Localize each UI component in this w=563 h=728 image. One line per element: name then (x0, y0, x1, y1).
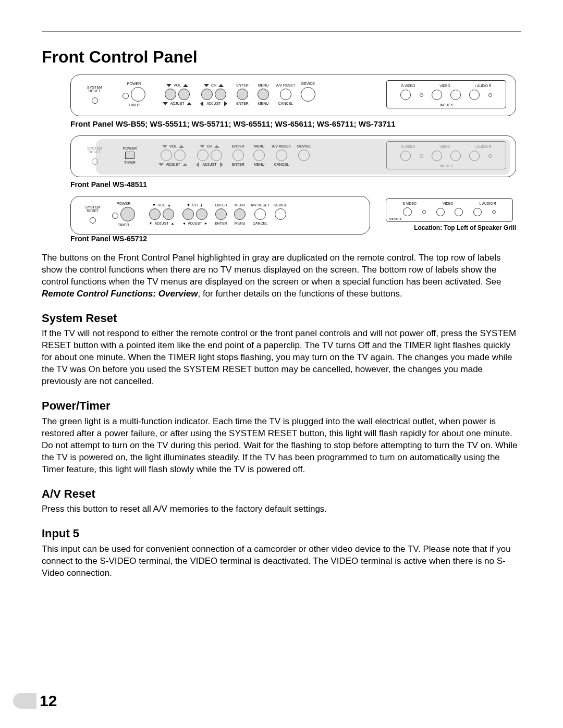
ch-down-button[interactable] (201, 89, 213, 100)
power-led-icon (123, 93, 129, 99)
menu-label-top: MENU (258, 83, 269, 87)
enter-button-2[interactable] (232, 150, 244, 161)
menu-label-3: MENU (235, 203, 246, 207)
svideo-label: S-VIDEO (401, 84, 415, 88)
video-jack-3[interactable] (436, 208, 445, 216)
svideo-jack[interactable] (400, 90, 411, 100)
ch-up-button-3[interactable] (196, 208, 207, 220)
remote-control-ref: Remote Control Functions: Overview (42, 289, 198, 299)
ch-up-button-2[interactable] (211, 150, 222, 161)
menu-label-bot: MENU (258, 102, 269, 105)
vol-down-button[interactable] (165, 89, 176, 100)
power-label-2: POWER (123, 146, 137, 150)
input-5-jack-panel-3: S-VIDEO VIDEO L AUDIO R INPUT 5 (386, 198, 513, 222)
ch-label-2: CH (207, 144, 212, 148)
system-reset-label: SYSTEM RESET (87, 85, 102, 93)
system-reset-button-3[interactable] (90, 217, 96, 224)
av-reset-label-2: A/V RESET (272, 144, 291, 148)
front-panel-diagram-2: SYSTEM RESET POWER TIMER VOL ADJUST CH A… (70, 135, 516, 177)
ch-down-button-2[interactable] (197, 150, 209, 161)
enter-label-2: ENTER (232, 144, 244, 148)
video-jack-2[interactable] (432, 151, 442, 161)
av-reset-button[interactable] (280, 89, 291, 100)
av-reset-label-3: A/V RESET (251, 203, 270, 207)
power-label: POWER (127, 82, 141, 85)
audio-r-jack[interactable] (469, 90, 480, 100)
vol-up-button-2[interactable] (174, 150, 186, 161)
device-label-2: DEVICE (297, 144, 311, 148)
panel-3-caption: Front Panel WS-65712 (70, 235, 521, 243)
ch-label-3: CH (192, 203, 198, 207)
system-reset-label-3: SYSTEM RESET (85, 205, 101, 213)
vol-up-button-3[interactable] (163, 208, 174, 220)
audio-l-jack[interactable] (450, 90, 461, 100)
input5-label: INPUT 5 (389, 103, 504, 107)
ch-up-button[interactable] (215, 89, 226, 100)
panel-2-caption: Front Panel WS-48511 (70, 180, 521, 189)
power-button-3[interactable] (120, 207, 135, 221)
cancel-label: CANCEL (278, 102, 293, 105)
enter-label-top: ENTER (236, 83, 249, 87)
front-panel-diagram-1: SYSTEM RESET POWER TIMER VOL ADJUST (70, 75, 516, 116)
menu-label-2: MENU (254, 144, 265, 148)
audio-l-jack-3[interactable] (455, 208, 463, 216)
vol-label: VOL (174, 83, 181, 87)
device-label: DEVICE (301, 82, 315, 85)
page-number: 12 (13, 692, 57, 710)
power-button-2[interactable] (125, 152, 134, 159)
vol-label-3: VOL (158, 203, 165, 207)
timer-label: TIMER (128, 103, 140, 107)
svideo-jack-3[interactable] (403, 207, 412, 216)
av-reset-text: Press this button to reset all A/V memor… (42, 503, 521, 515)
system-reset-button-2[interactable] (92, 158, 98, 165)
input-5-jack-panel: S-VIDEO VIDEO L AUDIO R INPUT 5 (386, 80, 506, 108)
enter-label-3: ENTER (215, 203, 227, 207)
location-caption: Location: Top Left of Speaker Grill (386, 224, 516, 231)
system-reset-heading: System Reset (42, 311, 521, 326)
system-reset-button[interactable] (92, 97, 98, 104)
system-reset-text: If the TV will not respond to either the… (42, 328, 521, 388)
device-button[interactable] (301, 87, 315, 102)
video-label: VIDEO (439, 84, 450, 88)
device-button-3[interactable] (275, 208, 286, 220)
panel-1-caption: Front Panel WS-B55; WS-55511; WS-55711; … (70, 119, 521, 128)
av-reset-label: A/V RESET (276, 83, 296, 87)
power-label-3: POWER (117, 202, 130, 205)
timer-label-3: TIMER (118, 223, 129, 227)
menu-button-2[interactable] (253, 150, 265, 161)
power-timer-heading: Power/Timer (42, 398, 521, 414)
front-panel-diagram-3: SYSTEM RESET POWER TIMER ▼VOL▲ ▼ADJUST▲ … (70, 196, 370, 235)
input-5-jack-panel-2: S-VIDEO VIDEO L AUDIO R INPUT 5 (386, 141, 506, 169)
audio-r-jack-3[interactable] (473, 208, 482, 216)
audio-l-jack-2[interactable] (450, 151, 461, 161)
device-button-2[interactable] (298, 150, 310, 161)
device-label-3: DEVICE (274, 203, 287, 207)
vol-down-button-2[interactable] (161, 150, 172, 161)
adjust-label-1: ADJUST (170, 102, 184, 105)
ch-down-button-3[interactable] (182, 208, 194, 220)
adjust-label-2b: ADJUST (202, 163, 216, 166)
av-reset-heading: A/V Reset (42, 486, 521, 502)
audio-r-jack-2[interactable] (469, 151, 480, 161)
menu-button-3[interactable] (234, 208, 246, 220)
svideo-jack-2[interactable] (400, 151, 411, 161)
audio-lr-label: L AUDIO R (475, 84, 492, 88)
enter-button[interactable] (237, 89, 248, 100)
av-reset-button-3[interactable] (254, 208, 266, 220)
av-reset-button-2[interactable] (276, 150, 287, 161)
power-button[interactable] (131, 87, 145, 102)
page-title: Front Control Panel (42, 47, 521, 67)
enter-button-3[interactable] (215, 208, 227, 220)
menu-button[interactable] (258, 89, 269, 100)
adjust-label-2: ADJUST (206, 102, 221, 105)
video-jack[interactable] (432, 90, 442, 100)
vol-down-button-3[interactable] (149, 208, 161, 220)
adjust-label-3b: ADJUST (188, 221, 202, 225)
vol-up-button[interactable] (178, 89, 190, 100)
input5-heading: Input 5 (42, 526, 521, 541)
timer-label-2: TIMER (124, 161, 136, 164)
system-reset-label-2: SYSTEM RESET (87, 146, 102, 154)
ch-label: CH (211, 83, 216, 87)
power-timer-text: The green light is a multi-function indi… (42, 416, 521, 476)
vol-label-2: VOL (169, 144, 177, 148)
